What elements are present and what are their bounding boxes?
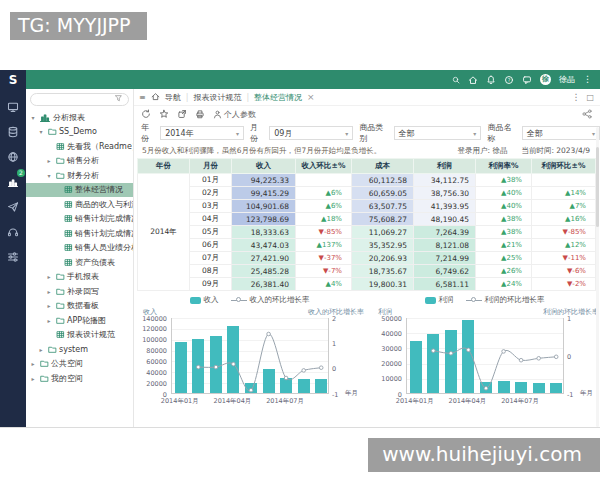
share-icon[interactable]	[582, 109, 592, 119]
legend-item[interactable]: 收入的环比增长率	[231, 295, 310, 305]
tree-item[interactable]: 销售计划完成情况	[26, 212, 133, 227]
current-time: 当前时间: 2023/4/9	[521, 146, 590, 156]
tree-item-label: SS_Demo	[59, 127, 97, 136]
home-icon[interactable]	[468, 75, 478, 85]
tree-item[interactable]: ▸数据看板	[26, 299, 133, 314]
filter-0: 年份2014年▾	[141, 122, 244, 144]
messages-icon[interactable]	[522, 75, 532, 85]
tree-item[interactable]: 先看我（Readme）！	[26, 139, 133, 154]
tree-item[interactable]: ▸销售分析	[26, 154, 133, 169]
tree-item[interactable]: 资产负债表	[26, 255, 133, 270]
tree-items: ▾分析报表▾SS_Demo先看我（Readme）！▸销售分析▾财务分析整体经营情…	[26, 110, 133, 386]
export-icon[interactable]	[177, 109, 187, 119]
rail-monitor-icon[interactable]	[7, 98, 19, 111]
home-icon[interactable]	[151, 92, 160, 103]
rail-sliders-icon[interactable]	[7, 248, 19, 261]
vertical-scrollbar[interactable]	[596, 127, 599, 427]
rail-chart-icon[interactable]: 2	[7, 173, 19, 186]
caret-down-icon[interactable]: ▾	[37, 128, 45, 135]
table-header-cell: 收入环比±%	[296, 159, 352, 174]
caret-right-icon[interactable]: ▸	[45, 273, 53, 280]
rail-globe-icon[interactable]	[7, 148, 19, 161]
caret-right-icon[interactable]: ▸	[45, 157, 53, 164]
tab-close-icon[interactable]: ×	[307, 92, 315, 102]
tree-item[interactable]: 销售人员业绩分析	[26, 241, 133, 256]
legend-item[interactable]: 利润的环比增长率	[466, 295, 545, 305]
filter-select[interactable]: 2014年▾	[160, 126, 244, 140]
search-icon[interactable]	[452, 76, 460, 84]
collapse-menu-icon[interactable]: ≡	[139, 93, 146, 102]
tree-item[interactable]: 整体经营情况	[26, 183, 133, 198]
tree-item[interactable]: ▸补录回写	[26, 284, 133, 299]
tab-report-spec[interactable]: 报表设计规范	[193, 92, 241, 103]
filter-select[interactable]: 09月▾	[269, 126, 353, 140]
x-axis-tick-label: 2014年04月	[445, 397, 489, 406]
axis-tick-label: 30000	[370, 345, 402, 353]
caret-right-icon[interactable]: ▸	[37, 346, 45, 353]
table-row: 03月104,901.68▲6%63,507.7541,393.95▲40%▲7…	[138, 200, 596, 213]
tree-item-label: 公共空间	[51, 358, 83, 369]
table-cell	[296, 174, 352, 187]
tree-item[interactable]: 报表设计规范	[26, 328, 133, 343]
filter-select[interactable]: 全部▾	[522, 126, 600, 140]
caret-right-icon[interactable]: ▸	[45, 288, 53, 295]
rail-database-icon[interactable]	[7, 123, 19, 136]
table-cell: 20,206.93	[352, 252, 414, 265]
table-cell: 08月	[190, 265, 232, 278]
tree-item[interactable]: ▾SS_Demo	[26, 125, 133, 140]
table-cell: 6,581.11	[414, 278, 476, 291]
charts-row: 收入收入的环比增长率收入收入的环比增长率02000040000600008000…	[134, 294, 600, 418]
header-more-icon[interactable]: ⋮	[583, 75, 592, 84]
help-icon[interactable]: ?	[504, 75, 514, 85]
rail-headset-icon[interactable]	[7, 223, 19, 236]
legend-bar-swatch	[190, 297, 201, 304]
refresh-icon[interactable]	[141, 109, 151, 119]
tree-item-label: 财务分析	[67, 170, 99, 181]
table-cell: 104,901.68	[232, 200, 296, 213]
tab-more-icon[interactable]: ⋮	[571, 93, 580, 102]
tree-item[interactable]: ▸APP轮播图	[26, 313, 133, 328]
caret-right-icon[interactable]: ▸	[45, 317, 53, 324]
tab-overall-business[interactable]: 整体经营情况	[254, 92, 302, 103]
caret-right-icon[interactable]: ▸	[29, 360, 37, 367]
folder-icon	[47, 127, 57, 136]
print-icon[interactable]	[195, 109, 205, 119]
tree-item[interactable]: 商品的收入与利润的关系	[26, 197, 133, 212]
tree-search-input[interactable]	[30, 93, 129, 106]
table-cell: 09月	[190, 278, 232, 291]
maximize-icon[interactable]: □	[586, 93, 594, 102]
caret-right-icon[interactable]: ▸	[29, 375, 37, 382]
table-cell: ▲6%	[296, 200, 352, 213]
info-row: 5月份收入和利润骤降，虽然6月份有所回升，但7月份开始均是负增长。 登录用户: …	[134, 144, 600, 157]
scrollbar-thumb[interactable]	[596, 147, 599, 227]
tree-item[interactable]: ▸system	[26, 342, 133, 357]
person-icon	[213, 110, 222, 119]
app-logo[interactable]: S	[0, 70, 26, 89]
tree-item[interactable]: ▸公共空间	[26, 357, 133, 372]
table-row: 06月43,474.03▲137%35,352.958,121.08▲21%▲1…	[138, 239, 596, 252]
insight-text: 5月份收入和利润骤降，虽然6月份有所回升，但7月份开始均是负增长。	[142, 146, 381, 156]
personal-params-button[interactable]: 个人参数	[213, 109, 256, 120]
table-cell	[532, 174, 596, 187]
tree-item[interactable]: ▸手机报表	[26, 270, 133, 285]
user-avatar[interactable]: 徐	[540, 74, 551, 85]
table-cell: ▲14%	[532, 187, 596, 200]
tree-item-label: APP轮播图	[67, 315, 106, 326]
legend-item[interactable]: 收入	[190, 295, 219, 305]
rail-send-icon[interactable]	[7, 198, 19, 211]
tree-item[interactable]: ▾财务分析	[26, 168, 133, 183]
notifications-icon[interactable]	[486, 75, 496, 85]
legend-item[interactable]: 利润	[425, 295, 454, 305]
nav-link[interactable]: 导航	[165, 92, 181, 103]
tree-item[interactable]: ▾分析报表	[26, 110, 133, 125]
favorite-icon[interactable]	[159, 109, 169, 119]
caret-down-icon[interactable]: ▾	[29, 114, 37, 121]
tree-item[interactable]: 销售计划完成情况-商品	[26, 226, 133, 241]
axis-tick-label: 140000	[135, 315, 167, 323]
tree-item-label: 手机报表	[67, 271, 99, 282]
caret-right-icon[interactable]: ▸	[45, 302, 53, 309]
caret-down-icon[interactable]: ▾	[45, 172, 53, 179]
tree-item[interactable]: ▸我的空间	[26, 371, 133, 386]
folder-icon	[55, 316, 65, 325]
filter-select[interactable]: 全部▾	[394, 126, 482, 140]
